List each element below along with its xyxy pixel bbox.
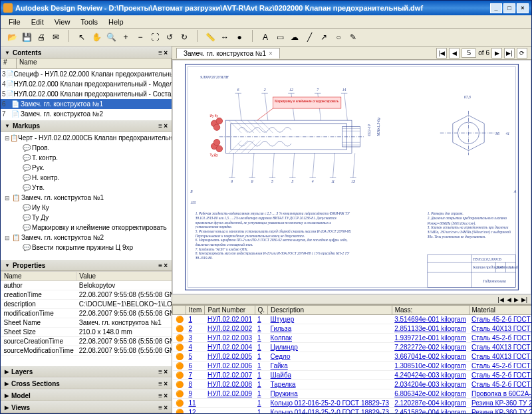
- markup-callout[interactable]: Маркировку и клеймение откорректировать: [257, 97, 341, 120]
- dimension-tool[interactable]: ↔: [218, 31, 231, 44]
- select-tool[interactable]: ↖: [75, 31, 88, 44]
- table-row[interactable]: 🟠 5 НУЛ.02.02.005 1 Седло 3.667041e-002 …: [173, 352, 532, 362]
- tab-close-icon[interactable]: ×: [269, 50, 273, 57]
- col-mass[interactable]: Mass:: [392, 306, 469, 315]
- active-tab[interactable]: Замеч. гл. конструктоа №1 ×: [176, 48, 280, 58]
- menu-tools[interactable]: Tools: [75, 17, 103, 27]
- panel-close-icon[interactable]: ×: [164, 122, 168, 130]
- markup-row[interactable]: ⊟📋Замеч. гл. конструктоа №1: [2, 193, 170, 203]
- panel-close-icon[interactable]: ×: [164, 49, 168, 56]
- sheet-last[interactable]: ▶|: [521, 296, 527, 303]
- page-input[interactable]: [462, 49, 476, 58]
- col-partnumber[interactable]: Part Number: [205, 306, 255, 315]
- menu-edit[interactable]: Edit: [26, 17, 49, 27]
- contents-row[interactable]: 3📄Специф - НУЛ.02.02.000 Клапан предохра…: [1, 69, 172, 79]
- markup-row[interactable]: 💬Пров.: [2, 143, 170, 153]
- panel-menu-icon[interactable]: ≡: [158, 122, 162, 130]
- zoom-in[interactable]: +: [119, 31, 132, 44]
- measure-tool[interactable]: 📏: [203, 31, 217, 44]
- table-row[interactable]: 🟠 2 НУЛ.02.02.002 1 Гильза 2.851133e-001…: [173, 324, 532, 334]
- maximize-button[interactable]: □: [503, 3, 515, 13]
- table-row[interactable]: 🟠 1 НУЛ.02.02.001 1 Штуцер 3.514694e-001…: [173, 315, 532, 324]
- menu-view[interactable]: View: [49, 17, 76, 27]
- col-qty[interactable]: Q.: [255, 306, 268, 315]
- markup-cloud-2[interactable]: Ту Ду: [210, 140, 223, 157]
- properties-panel-header[interactable]: ▼ Properties ≡×: [1, 259, 172, 271]
- mail-button[interactable]: ✉: [49, 31, 63, 44]
- markup-row[interactable]: 💬Т. контр.: [2, 153, 170, 163]
- zoom-out[interactable]: −: [134, 31, 147, 44]
- col-description[interactable]: Description: [268, 306, 392, 315]
- last-page-button[interactable]: ▶|: [504, 48, 515, 58]
- svg-text:4: 4: [312, 179, 314, 183]
- cross-sections-panel-header[interactable]: ▶Cross Sections≡×: [1, 377, 172, 389]
- markups-panel-header[interactable]: ▼ Markups ≡×: [1, 120, 172, 132]
- sheet-prev[interactable]: ◀: [507, 296, 511, 303]
- panel-menu-icon[interactable]: ≡: [158, 49, 162, 56]
- line-tool[interactable]: ╱: [303, 31, 316, 44]
- svg-text:0,45: 0,45: [497, 265, 503, 269]
- col-item[interactable]: Item: [186, 306, 205, 315]
- markup-row[interactable]: 💬Маркировку и клеймение откорректировать: [2, 223, 170, 233]
- contents-row[interactable]: 5📄НУЛ.02.02.000 Клапан предохранительный…: [1, 89, 172, 99]
- col-name[interactable]: Name: [17, 58, 172, 68]
- contents-row[interactable]: 6📄Замеч. гл. конструктоа №1: [1, 99, 172, 109]
- views-panel-header[interactable]: ▶Views≡×: [1, 401, 172, 413]
- markup-cloud-1[interactable]: Иу Ку: [210, 114, 223, 130]
- refresh-button[interactable]: ⟳: [517, 48, 527, 58]
- pan-tool[interactable]: ✋: [90, 31, 103, 44]
- print-button[interactable]: 🖨: [35, 31, 48, 44]
- panel-menu-icon[interactable]: ≡: [158, 262, 162, 269]
- open-button[interactable]: 📂: [5, 31, 19, 44]
- menu-file[interactable]: File: [3, 17, 26, 27]
- close-button[interactable]: ×: [517, 3, 529, 13]
- drawing-stamp: 9Л000'20'20'ИЛН: [200, 75, 229, 79]
- cloud-tool[interactable]: ☁: [288, 31, 301, 44]
- table-row[interactable]: 🟠 6 НУЛ.02.02.006 1 Гайка 1.308510e-002 …: [173, 362, 532, 371]
- markup-row[interactable]: 💬Утв.: [2, 183, 170, 193]
- col-material[interactable]: Material: [469, 306, 531, 315]
- text-tool[interactable]: A: [259, 31, 272, 44]
- markup-row[interactable]: 💬Иу Ку: [2, 203, 170, 213]
- shape-tool[interactable]: ○: [332, 31, 345, 44]
- sheet-next[interactable]: ▶: [514, 296, 519, 303]
- table-row[interactable]: 🟠 11 1 Кольцо 012-016-25-2-0 ГОСТ 18829-…: [173, 399, 532, 408]
- col-num[interactable]: #: [1, 58, 17, 68]
- arrow-tool[interactable]: ↗: [317, 31, 331, 44]
- table-row[interactable]: 🟠 9 НУЛ.02.02.009 1 Пружина 6.806342e-00…: [173, 389, 532, 399]
- markup-row[interactable]: 💬Н. контр.: [2, 173, 170, 183]
- save-button[interactable]: 💾: [20, 31, 33, 44]
- table-row[interactable]: 🟠 4 НУЛ.02.02.004 1 Цилиндр 7.282272e-00…: [173, 343, 532, 352]
- svg-text:14: 14: [342, 88, 346, 92]
- contents-panel-header[interactable]: ▼ Contents ≡×: [1, 47, 172, 58]
- next-page-button[interactable]: ▶: [491, 48, 502, 58]
- minimize-button[interactable]: _: [490, 3, 502, 13]
- layers-panel-header[interactable]: ▶Layers≡×: [1, 365, 172, 377]
- menu-help[interactable]: Help: [103, 17, 129, 27]
- rotate-ccw[interactable]: ↺: [163, 31, 176, 44]
- first-page-button[interactable]: |◀: [436, 48, 447, 58]
- table-row[interactable]: 🟠 3 НУЛ.02.02.003 1 Колпак 1.939721e-001…: [173, 334, 532, 343]
- freehand-tool[interactable]: ✎: [346, 31, 360, 44]
- stamp-tool[interactable]: ●: [233, 31, 246, 44]
- table-row[interactable]: 🟠 8 НУЛ.02.02.008 1 Тарелка 2.034204e-00…: [173, 380, 532, 389]
- markup-row[interactable]: 💬Ту Ду: [2, 213, 170, 223]
- table-row[interactable]: 🟠 12 1 Кольцо 014-018-25-2-0 ГОСТ 18829-…: [173, 408, 532, 414]
- drawing-canvas[interactable]: Б 155 А 9Л000'20'20'ИЛН: [172, 60, 531, 294]
- svg-point-61: [213, 124, 219, 130]
- fit-button[interactable]: ⛶: [148, 31, 162, 44]
- contents-row[interactable]: 4📄НУЛ.02.02.000 Клапан предохранительный…: [1, 79, 172, 89]
- sheet-first[interactable]: |◀: [497, 296, 503, 303]
- markup-row[interactable]: ⊟📋Замеч. гл. конструктоа №2: [2, 233, 170, 243]
- rotate-cw[interactable]: ↻: [178, 31, 191, 44]
- panel-close-icon[interactable]: ×: [164, 262, 168, 269]
- prev-page-button[interactable]: ◀: [449, 48, 460, 58]
- model-panel-header[interactable]: ▶Model≡×: [1, 389, 172, 401]
- markup-row[interactable]: 💬Рук.: [2, 163, 170, 173]
- markup-row[interactable]: ⊟📋Черт - НУЛ.02.02.000СБ Клапан предохра…: [2, 133, 170, 143]
- highlight-tool[interactable]: ▭: [273, 31, 287, 44]
- contents-row[interactable]: 7📄Замеч. гл. конструктоа №2: [1, 109, 172, 119]
- markup-row[interactable]: 💬Ввести покрытие пружины Ц 9хр: [2, 243, 170, 253]
- zoom-tool[interactable]: 🔍: [104, 31, 118, 44]
- table-row[interactable]: 🟠 7 НУЛ.02.02.007 1 Шайба 4.240424e-003 …: [173, 371, 532, 380]
